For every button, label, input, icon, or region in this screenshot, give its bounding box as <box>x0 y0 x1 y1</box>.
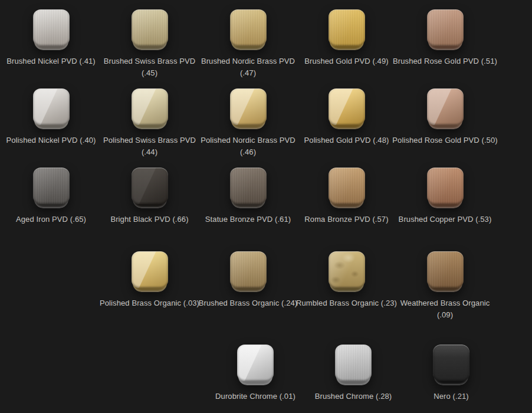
swatch-top-face <box>132 9 168 46</box>
finish-swatch[interactable] <box>427 251 464 288</box>
finish-swatch[interactable] <box>329 9 365 46</box>
finish-cell: Aged Iron PVD (.65) <box>2 168 100 237</box>
finish-label: Polished Gold PVD (.48) <box>304 135 389 158</box>
swatch-top-face <box>329 9 365 46</box>
swatch-top-face <box>230 9 267 46</box>
finish-row: Polished Brass Organic (.03) Brushed Bra… <box>0 251 532 321</box>
swatch-top-face <box>433 345 469 381</box>
finish-cell: Brushed Gold PVD (.49) <box>297 9 396 79</box>
finish-cell: Bright Black PVD (.66) <box>100 168 199 237</box>
swatch-top-face <box>427 251 464 288</box>
finish-swatch[interactable] <box>33 88 70 125</box>
finish-cell: Brushed Brass Organic (.24) <box>199 251 297 321</box>
finish-cell: Brushed Rose Gold PVD (.51) <box>396 9 494 79</box>
finish-swatch[interactable] <box>335 345 372 381</box>
finish-label: Brushed Gold PVD (.49) <box>304 55 388 79</box>
finish-gallery: Brushed Nickel PVD (.41) Brushed Swiss B… <box>0 9 532 413</box>
finish-label: Brushed Brass Organic (.24) <box>199 297 297 321</box>
swatch-top-face <box>33 9 70 46</box>
finish-row: Brushed Nickel PVD (.41) Brushed Swiss B… <box>0 9 532 79</box>
finish-swatch[interactable] <box>230 88 267 125</box>
swatch-top-face <box>230 88 267 125</box>
finish-swatch[interactable] <box>132 168 168 204</box>
swatch-top-face <box>427 9 464 46</box>
finish-label: Brushed Nordic Brass PVD(.47) <box>201 55 295 79</box>
finish-label: Bright Black PVD (.66) <box>110 214 188 237</box>
finish-row: Aged Iron PVD (.65) Bright Black PVD (.6… <box>0 168 532 237</box>
finish-cell: Brushed Swiss Brass PVD(.45) <box>100 9 199 79</box>
swatch-top-face <box>329 251 365 288</box>
finish-label: Durobrite Chrome (.01) <box>215 391 295 413</box>
finish-cell: Roma Bronze PVD (.57) <box>297 168 396 237</box>
finish-label: Brushed Rose Gold PVD (.51) <box>393 55 497 79</box>
swatch-top-face <box>33 168 70 204</box>
finish-swatch[interactable] <box>427 88 464 125</box>
finish-swatch[interactable] <box>132 88 168 125</box>
finish-cell: Brushed Nickel PVD (.41) <box>2 9 100 79</box>
finish-label: Statue Bronze PVD (.61) <box>205 214 291 237</box>
finish-swatch[interactable] <box>132 9 168 46</box>
swatch-top-face <box>230 168 267 204</box>
finish-label: Brushed Copper PVD (.53) <box>399 214 492 237</box>
finish-swatch[interactable] <box>427 168 464 204</box>
finish-cell: Nero (.21) <box>402 345 500 413</box>
finish-swatch[interactable] <box>33 168 70 204</box>
finish-label: Nero (.21) <box>434 391 469 413</box>
swatch-top-face <box>335 345 372 381</box>
finish-label: Polished Brass Organic (.03) <box>100 297 199 321</box>
finish-label: Brushed Nickel PVD (.41) <box>6 55 96 79</box>
finish-cell: Polished Brass Organic (.03) <box>100 251 199 321</box>
finish-label: Weathered Brass Organic(.09) <box>400 297 490 321</box>
finish-label: Polished Nordic Brass PVD(.46) <box>201 135 295 158</box>
finish-cell: Polished Gold PVD (.48) <box>297 88 396 158</box>
finish-cell: Polished Nickel PVD (.40) <box>2 88 100 158</box>
finish-swatch[interactable] <box>230 251 267 288</box>
finish-label: Brushed Swiss Brass PVD(.45) <box>104 55 195 79</box>
finish-cell: Brushed Copper PVD (.53) <box>396 168 494 237</box>
swatch-top-face <box>427 168 464 204</box>
finish-cell: Polished Swiss Brass PVD(.44) <box>100 88 199 158</box>
swatch-top-face <box>329 88 365 125</box>
swatch-top-face <box>132 251 168 288</box>
finish-cell: Durobrite Chrome (.01) <box>206 345 304 413</box>
swatch-top-face <box>132 168 168 204</box>
finish-cell: Brushed Chrome (.28) <box>304 345 402 413</box>
finish-cell: Statue Bronze PVD (.61) <box>199 168 297 237</box>
swatch-top-face <box>237 345 274 381</box>
finish-swatch[interactable] <box>329 168 365 204</box>
finish-swatch[interactable] <box>329 251 365 288</box>
swatch-top-face <box>230 251 267 288</box>
finish-swatch[interactable] <box>433 345 469 381</box>
finish-swatch[interactable] <box>33 9 70 46</box>
finish-label: Polished Swiss Brass PVD(.44) <box>103 135 196 158</box>
finish-cell: Rumbled Brass Organic (.23) <box>297 251 396 321</box>
finish-swatch[interactable] <box>230 9 267 46</box>
finish-label: Brushed Chrome (.28) <box>315 391 392 413</box>
finish-row: Polished Nickel PVD (.40) Polished Swiss… <box>0 88 532 158</box>
finish-row: Durobrite Chrome (.01) Brushed Chrome (.… <box>0 345 532 413</box>
finish-swatch[interactable] <box>427 9 464 46</box>
finish-swatch[interactable] <box>132 251 168 288</box>
finish-grid: Brushed Nickel PVD (.41) Brushed Swiss B… <box>0 9 532 413</box>
finish-cell: Weathered Brass Organic(.09) <box>396 251 494 321</box>
finish-swatch[interactable] <box>237 345 274 381</box>
finish-swatch[interactable] <box>230 168 267 204</box>
finish-label: Polished Rose Gold PVD (.50) <box>392 135 497 158</box>
finish-label: Rumbled Brass Organic (.23) <box>296 297 397 321</box>
swatch-top-face <box>132 88 168 125</box>
finish-label: Roma Bronze PVD (.57) <box>304 214 388 237</box>
finish-label: Polished Nickel PVD (.40) <box>6 135 96 158</box>
finish-cell: Brushed Nordic Brass PVD(.47) <box>199 9 297 79</box>
finish-swatch[interactable] <box>329 88 365 125</box>
finish-cell: Polished Rose Gold PVD (.50) <box>396 88 494 158</box>
swatch-top-face <box>427 88 464 125</box>
swatch-top-face <box>33 88 70 125</box>
finish-cell: Polished Nordic Brass PVD(.46) <box>199 88 297 158</box>
swatch-top-face <box>329 168 365 204</box>
finish-label: Aged Iron PVD (.65) <box>16 214 86 237</box>
